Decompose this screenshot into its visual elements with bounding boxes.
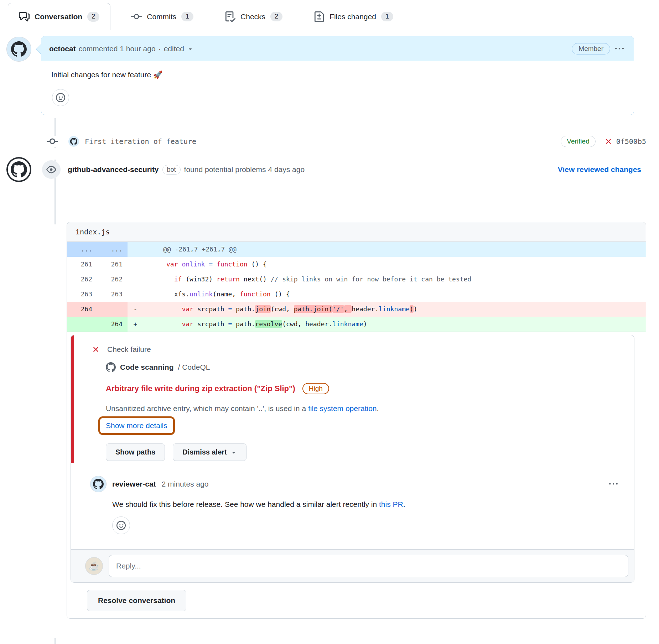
file-diff-icon xyxy=(314,11,325,22)
check-annotation: Check failure Code scanning / CodeQL Arb… xyxy=(71,335,634,463)
reply-input[interactable] xyxy=(109,555,628,577)
resolve-conversation-button[interactable]: Resolve conversation xyxy=(87,590,186,611)
github-mark-icon xyxy=(106,362,116,372)
failure-severity-bar xyxy=(71,335,74,463)
avatar[interactable] xyxy=(90,476,107,492)
kebab-menu-icon[interactable] xyxy=(613,42,626,55)
old-line-number[interactable] xyxy=(67,317,97,332)
new-line-number[interactable]: 263 xyxy=(97,287,128,302)
diff-sign: + xyxy=(128,317,143,332)
diff-sign xyxy=(128,287,143,302)
commit-sha[interactable]: 0f500b5 xyxy=(616,137,646,146)
triangle-down-icon[interactable] xyxy=(187,46,193,52)
code-line: if (win32) return next() // skip links o… xyxy=(143,272,646,287)
alert-title[interactable]: Arbitrary file write during zip extracti… xyxy=(106,384,295,393)
separator-dot: · xyxy=(159,45,161,53)
tab-files-changed[interactable]: Files changed 1 xyxy=(303,3,404,30)
tab-counter: 2 xyxy=(87,12,99,22)
comment-header: octocat commented 1 hour ago · edited Me… xyxy=(41,36,634,61)
comment-body: Initial changes for new feature 🚀 xyxy=(41,61,634,115)
review-event: github-advanced-security bot found poten… xyxy=(6,157,641,182)
old-line-number[interactable]: 263 xyxy=(67,287,97,302)
status-x-icon[interactable] xyxy=(604,137,613,146)
tab-label: Files changed xyxy=(330,12,376,21)
tab-checks[interactable]: Checks 2 xyxy=(214,3,293,30)
new-line-number[interactable]: ... xyxy=(97,242,128,257)
eye-icon xyxy=(42,160,61,179)
comment-text: Initial changes for new feature 🚀 xyxy=(51,71,625,79)
commit-message[interactable]: First iteration of feature xyxy=(85,137,196,146)
x-circle-icon xyxy=(92,345,100,354)
issue-comment: octocat commented 1 hour ago · edited Me… xyxy=(41,36,634,115)
diff-file-name[interactable]: index.js xyxy=(67,222,646,242)
new-line-number[interactable]: 262 xyxy=(97,272,128,287)
diff-table: ......@@ -261,7 +261,7 @@261261 var onli… xyxy=(67,242,646,332)
new-line-number[interactable]: 264 xyxy=(97,317,128,332)
diff-line-context: 262262 if (win32) return next() // skip … xyxy=(67,272,646,287)
member-badge: Member xyxy=(572,43,610,54)
hunk-header: @@ -261,7 +261,7 @@ xyxy=(143,242,646,257)
github-logo-avatar[interactable] xyxy=(6,157,31,182)
old-line-number[interactable]: 261 xyxy=(67,257,97,272)
this-pr-link[interactable]: this PR xyxy=(379,500,403,508)
avatar: ☕ xyxy=(85,557,103,575)
old-line-number[interactable]: ... xyxy=(67,242,97,257)
review-comment-author[interactable]: reviewer-cat xyxy=(112,480,156,488)
diff-line-hunk: ......@@ -261,7 +261,7 @@ xyxy=(67,242,646,257)
show-more-details-highlight-box: Show more details xyxy=(98,416,175,435)
add-reaction-button[interactable] xyxy=(52,89,69,106)
tab-commits[interactable]: Commits 1 xyxy=(120,3,204,30)
comment-author[interactable]: octocat xyxy=(49,45,76,53)
tab-label: Checks xyxy=(240,12,265,21)
new-line-number[interactable]: 261 xyxy=(97,257,128,272)
tab-label: Commits xyxy=(147,12,176,21)
file-system-operation-link[interactable]: file system operation xyxy=(308,404,377,412)
diff-sign: - xyxy=(128,302,143,317)
avatar[interactable] xyxy=(6,37,31,62)
tab-counter: 1 xyxy=(381,12,393,22)
tab-counter: 1 xyxy=(181,12,193,22)
old-line-number[interactable]: 262 xyxy=(67,272,97,287)
check-status-label: Check failure xyxy=(107,345,151,354)
git-commit-icon xyxy=(46,136,59,147)
git-commit-icon xyxy=(131,11,142,22)
diff-sign xyxy=(128,272,143,287)
diff-line-context: 261261 var onlink = function () { xyxy=(67,257,646,272)
show-paths-button[interactable]: Show paths xyxy=(106,443,165,461)
avatar[interactable] xyxy=(68,136,79,147)
comment-action: commented 1 hour ago xyxy=(79,45,156,53)
review-comment-time: 2 minutes ago xyxy=(162,480,209,488)
verified-badge[interactable]: Verified xyxy=(561,136,595,147)
bot-badge: bot xyxy=(162,165,181,175)
reply-bar: ☕ xyxy=(71,549,634,582)
check-tool-name[interactable]: Code scanning xyxy=(120,363,174,372)
alert-description: Unsanitized archive entry, which may con… xyxy=(106,404,626,413)
code-line: var srcpath = path.resolve(cwd, header.l… xyxy=(143,317,646,332)
dismiss-alert-button[interactable]: Dismiss alert xyxy=(173,443,247,461)
thread-box: Check failure Code scanning / CodeQL Arb… xyxy=(71,335,634,583)
code-line: xfs.unlink(name, function () { xyxy=(143,287,646,302)
diff-sign xyxy=(128,257,143,272)
new-line-number[interactable] xyxy=(97,302,128,317)
diff-line-add: 264+ var srcpath = path.resolve(cwd, hea… xyxy=(67,317,646,332)
timeline-line xyxy=(55,638,56,644)
add-reaction-button[interactable] xyxy=(112,516,130,534)
tab-label: Conversation xyxy=(35,12,82,21)
diff-line-del: 264- var srcpath = path.join(cwd, path.j… xyxy=(67,302,646,317)
kebab-menu-icon[interactable] xyxy=(607,478,620,490)
checklist-icon xyxy=(225,11,235,22)
edited-dropdown[interactable]: edited xyxy=(164,45,184,53)
review-comment-text: We should fix this before release. See h… xyxy=(112,500,620,509)
view-reviewed-changes-link[interactable]: View reviewed changes xyxy=(558,165,641,174)
bot-author[interactable]: github-advanced-security xyxy=(68,165,159,174)
code-line: var onlink = function () { xyxy=(143,257,646,272)
tab-counter: 2 xyxy=(270,12,282,22)
old-line-number[interactable]: 264 xyxy=(67,302,97,317)
review-comment: reviewer-cat 2 minutes ago We should fix… xyxy=(71,463,634,540)
check-tool-suite: / CodeQL xyxy=(178,363,210,372)
commit-event: First iteration of feature Verified 0f50… xyxy=(46,136,646,147)
tab-conversation[interactable]: Conversation 2 xyxy=(8,3,110,30)
show-more-details-link[interactable]: Show more details xyxy=(106,421,167,430)
pr-tab-bar: Conversation 2 Commits 1 Checks 2 Files … xyxy=(0,0,659,30)
thread-section: Check failure Code scanning / CodeQL Arb… xyxy=(67,332,646,618)
